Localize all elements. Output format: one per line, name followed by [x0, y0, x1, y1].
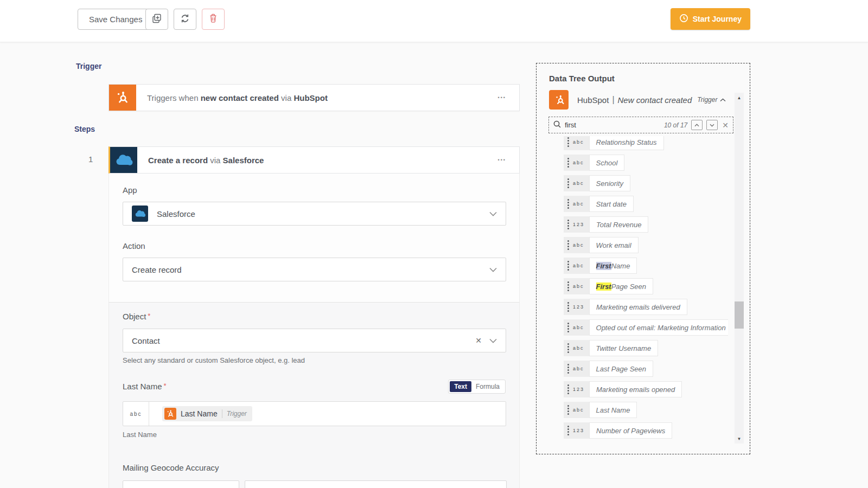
step-title: Create a record via Salesforce [148, 156, 264, 165]
data-tree-source-row[interactable]: HubSpot | New contact created Trigger [549, 90, 726, 110]
field-type-badge: abc [573, 325, 584, 330]
drag-handle[interactable]: abc [564, 258, 589, 274]
last-name-label: Last Name* [123, 382, 167, 391]
more-menu-icon[interactable]: ••• [498, 95, 506, 100]
drag-handle[interactable]: abc [564, 237, 589, 253]
steps-section-label: Steps [74, 125, 95, 133]
data-tree-item[interactable]: abcLast Name [564, 402, 728, 418]
salesforce-icon [132, 206, 148, 222]
data-tree-item[interactable]: abcStart date [564, 196, 728, 212]
delete-button[interactable] [202, 9, 225, 30]
duplicate-button[interactable] [145, 9, 168, 30]
field-type-badge: abc [573, 407, 584, 413]
drag-handle[interactable]: abc [564, 196, 589, 212]
drag-handle[interactable]: abc [564, 136, 589, 150]
data-tree-item[interactable]: abcFirstName [564, 258, 728, 274]
save-changes-button[interactable]: Save Changes [78, 9, 154, 30]
scroll-down-icon[interactable]: ▼ [735, 435, 744, 442]
object-select[interactable]: Contact ✕ [123, 329, 506, 352]
drag-handle[interactable]: abc [564, 175, 589, 191]
refresh-button[interactable] [174, 9, 196, 30]
drag-handle[interactable]: abc [564, 278, 589, 294]
mode-formula-button[interactable]: Formula [471, 381, 504, 392]
mailing-geocode-field-1[interactable] [123, 480, 239, 488]
clear-search-icon[interactable]: ✕ [722, 121, 729, 130]
data-tree-item[interactable]: 123Marketing emails delivered [564, 299, 728, 315]
last-name-helper-text: Last Name [123, 431, 157, 439]
refresh-icon [180, 13, 190, 26]
field-label: Last Page Seen [589, 361, 654, 377]
clear-icon[interactable]: ✕ [475, 336, 482, 345]
drag-handle[interactable]: 123 [564, 216, 589, 233]
action-label: Action [123, 241, 145, 251]
field-label: Total Revenue [589, 216, 648, 233]
drag-dots-icon [567, 220, 569, 229]
drag-dots-icon [567, 178, 569, 188]
drag-handle[interactable]: 123 [564, 422, 589, 439]
clock-icon [679, 14, 688, 24]
field-type-badge: abc [573, 284, 584, 289]
data-tree-item[interactable]: abcSeniority [564, 175, 728, 191]
drag-dots-icon [567, 240, 569, 250]
field-type-badge: 123 [573, 387, 584, 392]
data-tree-item[interactable]: 123Total Revenue [564, 216, 728, 233]
scroll-up-icon[interactable]: ▲ [735, 94, 744, 101]
field-type-badge: 123 [573, 428, 584, 433]
data-tree-item[interactable]: 123Number of Pageviews [564, 422, 728, 439]
drag-handle[interactable]: abc [564, 361, 589, 377]
mode-text-button[interactable]: Text [450, 381, 471, 392]
more-menu-icon[interactable]: ••• [498, 157, 506, 163]
data-tree-item[interactable]: abcSchool [564, 155, 728, 171]
trigger-title: Triggers when new contact created via Hu… [147, 93, 328, 102]
drag-dots-icon [567, 364, 569, 374]
start-journey-button[interactable]: Start Journey [671, 8, 750, 30]
chevron-up-icon[interactable] [720, 98, 726, 102]
trigger-card[interactable]: Triggers when new contact created via Hu… [108, 84, 520, 111]
step-card[interactable]: Create a record via Salesforce ••• [108, 146, 520, 174]
data-tree-item[interactable]: abcWork email [564, 237, 728, 253]
scrollbar-thumb[interactable] [735, 301, 744, 329]
hubspot-icon [109, 85, 136, 111]
data-tree-item[interactable]: abcTwitter Username [564, 340, 728, 356]
data-tree-item[interactable]: 123Marketing emails opened [564, 381, 728, 397]
data-tree-item[interactable]: abcRelationship Status [564, 136, 728, 150]
field-label: Marketing emails opened [589, 381, 682, 397]
value-mode-toggle: Text Formula [448, 380, 506, 394]
search-input[interactable] [565, 121, 635, 129]
previous-match-button[interactable] [691, 120, 703, 130]
data-tree-title: Data Tree Output [549, 74, 615, 83]
field-type-badge: abc [573, 345, 584, 351]
source-separator: | [612, 95, 614, 105]
scrollbar[interactable]: ▲ ▼ [735, 93, 744, 444]
drag-handle[interactable]: 123 [564, 299, 589, 315]
chevron-down-icon [710, 124, 714, 127]
field-label: School [589, 155, 625, 171]
drag-handle[interactable]: abc [564, 340, 589, 356]
data-tree-item[interactable]: abcLast Page Seen [564, 361, 728, 377]
drag-handle[interactable]: abc [564, 402, 589, 418]
chevron-up-icon [694, 124, 699, 127]
mailing-geocode-label: Mailing Geocode Accuracy [123, 463, 219, 472]
app-select[interactable]: Salesforce [123, 202, 506, 226]
drag-dots-icon [567, 384, 569, 394]
data-tree-item[interactable]: abcOpted out of email: Marketing Informa… [564, 319, 728, 336]
drag-dots-icon [567, 343, 569, 353]
mapped-field-chip[interactable]: Last Name Trigger [162, 406, 252, 421]
drag-handle[interactable]: 123 [564, 381, 589, 397]
drag-dots-icon [567, 199, 569, 209]
drag-handle[interactable]: abc [564, 319, 589, 336]
action-select[interactable]: Create record [123, 258, 506, 281]
data-tree-item[interactable]: abcFirstPage Seen [564, 278, 728, 294]
step-number: 1 [88, 155, 93, 164]
last-name-input[interactable]: abc Last Name Trigger [123, 401, 506, 426]
next-match-button[interactable] [706, 120, 718, 130]
app-select-value: Salesforce [157, 209, 195, 219]
field-type-badge: abc [573, 139, 584, 145]
mailing-geocode-field-2[interactable] [245, 480, 507, 488]
object-label: Object* [123, 312, 150, 321]
field-type-badge: 123 [573, 304, 584, 310]
chevron-down-icon [489, 336, 497, 345]
drag-handle[interactable]: abc [564, 155, 589, 171]
search-icon [553, 120, 561, 130]
field-label: Opted out of email: Marketing Informatio… [589, 319, 728, 336]
